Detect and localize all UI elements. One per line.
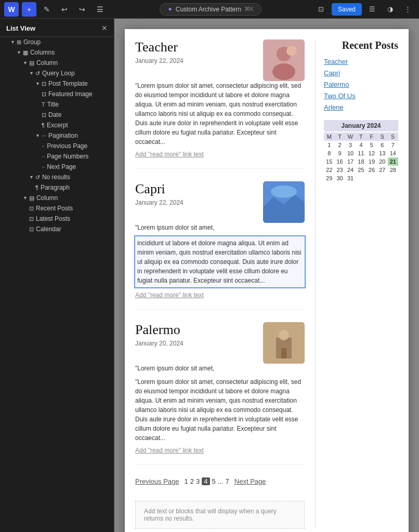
table-row: 1 2 3 4 5 6 7 — [324, 141, 398, 149]
calendar-widget: January 2024 M T W T F S S — [324, 120, 398, 182]
cal-day[interactable]: 31 — [345, 174, 356, 182]
list-view-button[interactable]: ☰ — [93, 2, 107, 17]
cal-day[interactable]: 13 — [377, 149, 387, 157]
pattern-name-bar[interactable]: ✦ Custom Archive Pattern ⌘K — [160, 3, 261, 16]
previous-page-link[interactable]: Previous Page — [135, 477, 179, 485]
tree-item-paragraph[interactable]: ¶ Paragraph — [0, 182, 114, 193]
saved-button[interactable]: Saved — [332, 3, 362, 16]
post-excerpt-teacher: "Lorem ipsum dolor sit amet, consectetur… — [135, 81, 305, 147]
tree-item-featured-image[interactable]: ⊡ Featured Image — [0, 89, 114, 99]
tree-item-recent-posts[interactable]: ⊡ Recent Posts — [0, 203, 114, 214]
cal-day[interactable]: 23 — [334, 166, 345, 174]
post-date: January 22, 2024 — [135, 57, 184, 64]
page-number-3[interactable]: 3 — [196, 477, 200, 485]
cal-day[interactable]: 24 — [345, 166, 356, 174]
cal-day[interactable]: 15 — [324, 157, 334, 166]
page-number-2[interactable]: 2 — [190, 477, 194, 485]
cal-day[interactable]: 29 — [324, 174, 334, 182]
cal-day[interactable]: 2 — [334, 141, 345, 149]
cal-day-empty — [366, 174, 377, 182]
recent-post-link-palermo[interactable]: Palermo — [324, 81, 349, 88]
post-title-capri: Capri — [135, 181, 184, 197]
cal-day[interactable]: 1 — [324, 141, 334, 149]
cal-day-today[interactable]: 21 — [388, 157, 398, 166]
cal-day[interactable]: 22 — [324, 166, 334, 174]
cal-day[interactable]: 19 — [366, 157, 377, 166]
appearance-button[interactable]: ◑ — [383, 2, 397, 17]
tree-item-next-page[interactable]: ·· Next Page — [0, 162, 114, 172]
list-item: Palermo — [324, 79, 398, 89]
column2-icon: ▤ — [29, 195, 34, 202]
no-results-text: Add text or blocks that will display whe… — [144, 508, 296, 522]
cal-day[interactable]: 3 — [345, 141, 356, 149]
cal-day[interactable]: 26 — [366, 166, 377, 174]
recent-post-link-two-of-us[interactable]: Two Of Us — [324, 92, 356, 100]
cal-day[interactable]: 18 — [356, 157, 366, 166]
pagination-bar: Previous Page 1 2 3 4 5 ... 7 Next Page — [135, 477, 305, 485]
cal-day[interactable]: 10 — [345, 149, 356, 157]
cal-day[interactable]: 17 — [345, 157, 356, 166]
tree-item-latest-posts[interactable]: ⊡ Latest Posts — [0, 214, 114, 224]
add-readmore-palermo[interactable]: Add "read more" link text — [135, 447, 305, 454]
cal-day[interactable]: 16 — [334, 157, 345, 166]
cal-day[interactable]: 4 — [356, 141, 366, 149]
cal-day[interactable]: 7 — [388, 141, 398, 149]
tree-item-column2[interactable]: ▼ ▤ Column — [0, 193, 114, 203]
cal-day[interactable]: 9 — [334, 149, 345, 157]
sidebar-toggle-button[interactable]: ☰ — [365, 2, 379, 17]
featured-image-label: Featured Image — [48, 90, 93, 98]
recent-post-link-teacher[interactable]: Teacher — [324, 58, 348, 65]
post-block-teacher: Teacher January 22, 2024 "Lorem ipsum do… — [135, 39, 305, 169]
preview-button[interactable]: ⊡ — [314, 2, 329, 17]
tree-item-page-numbers[interactable]: ·· Page Numbers — [0, 151, 114, 162]
add-readmore-teacher[interactable]: Add "read more" link text — [135, 151, 305, 158]
tree-item-excerpt[interactable]: ¶ Excerpt — [0, 120, 114, 130]
page-number-1[interactable]: 1 — [185, 477, 188, 485]
page-number-7[interactable]: 7 — [226, 477, 229, 485]
page-ellipsis: ... — [218, 477, 224, 485]
next-page-link[interactable]: Next Page — [234, 477, 266, 485]
tree-item-no-results[interactable]: ▼ ↺ No results — [0, 172, 114, 182]
tree-item-group[interactable]: ▼ ⊞ Group — [0, 37, 114, 47]
cal-day[interactable]: 30 — [334, 174, 345, 182]
cal-day[interactable]: 20 — [377, 157, 387, 166]
cal-header-f: F — [366, 132, 377, 141]
cal-day[interactable]: 12 — [366, 149, 377, 157]
recent-post-link-arlene[interactable]: Arlene — [324, 103, 344, 111]
tree-item-date[interactable]: ⊡ Date — [0, 110, 114, 120]
options-button[interactable]: ⋮ — [400, 2, 415, 17]
cal-day[interactable]: 8 — [324, 149, 334, 157]
recent-post-link-capri[interactable]: Capri — [324, 69, 340, 77]
recent-posts-widget: Recent Posts Teacher Capri Palermo Two O… — [324, 39, 398, 112]
tree-item-previous-page[interactable]: ·· Previous Page — [0, 141, 114, 151]
tree-item-query-loop[interactable]: ▼ ↺ Query Loop — [0, 68, 114, 78]
svg-rect-9 — [279, 330, 289, 340]
redo-button[interactable]: ↪ — [75, 2, 89, 17]
cal-day[interactable]: 5 — [366, 141, 377, 149]
add-block-button[interactable]: + — [22, 2, 36, 17]
page-number-5[interactable]: 5 — [212, 477, 216, 485]
undo-button[interactable]: ↩ — [57, 2, 72, 17]
tree-item-columns[interactable]: ▼ ▦ Columns — [0, 47, 114, 58]
cal-day[interactable]: 14 — [388, 149, 398, 157]
post-title: Teacher — [135, 39, 184, 55]
cal-day[interactable]: 25 — [356, 166, 366, 174]
tree-item-post-template[interactable]: ▼ ⊡ Post Template — [0, 78, 114, 89]
cal-day[interactable]: 11 — [356, 149, 366, 157]
svg-point-6 — [271, 185, 297, 198]
page-number-4[interactable]: 4 — [202, 477, 210, 485]
cal-day[interactable]: 28 — [388, 166, 398, 174]
add-readmore-capri[interactable]: Add "read more" link text — [135, 291, 305, 299]
tools-button[interactable]: ✎ — [40, 2, 54, 17]
cal-day[interactable]: 27 — [377, 166, 387, 174]
tree-item-title[interactable]: T Title — [0, 99, 114, 110]
tree-item-column1[interactable]: ▼ ▤ Column — [0, 58, 114, 68]
tree-item-calendar[interactable]: ⊡ Calendar — [0, 224, 114, 234]
wp-logo-icon[interactable]: W — [4, 2, 19, 17]
close-sidebar-button[interactable]: ✕ — [101, 24, 108, 32]
column-icon: ▤ — [29, 60, 34, 66]
cal-day-empty — [377, 174, 387, 182]
cal-day[interactable]: 6 — [377, 141, 387, 149]
main-layout: List View ✕ ▼ ⊞ Group ▼ ▦ Columns ▼ ▤ Co… — [0, 19, 419, 532]
tree-item-pagination[interactable]: ▼ ··· Pagination — [0, 130, 114, 141]
